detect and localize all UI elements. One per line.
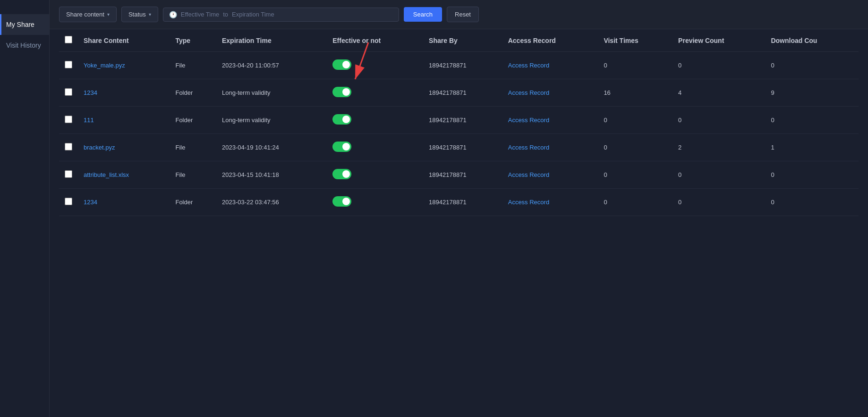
table-body: Yoke_male.pyz File 2023-04-20 11:00:57 1… bbox=[59, 52, 859, 216]
effective-toggle-0[interactable] bbox=[332, 59, 351, 70]
row-access-record: Access Record bbox=[502, 79, 598, 107]
row-share-content: 1234 bbox=[78, 79, 170, 107]
row-preview-count: 2 bbox=[672, 134, 765, 161]
row-visit-times: 0 bbox=[598, 52, 672, 79]
row-visit-times: 0 bbox=[598, 134, 672, 161]
share-content-link-2[interactable]: 111 bbox=[84, 117, 94, 124]
row-expiration-time: Long-term validity bbox=[216, 107, 327, 134]
share-table: Share Content Type Expiration Time Effec… bbox=[59, 29, 859, 216]
row-visit-times: 0 bbox=[598, 107, 672, 134]
sidebar-item-visit-history-label: Visit History bbox=[6, 42, 41, 49]
header-download-count: Download Cou bbox=[765, 29, 859, 52]
row-share-content: 1234 bbox=[78, 189, 170, 216]
share-content-label: Share content bbox=[66, 11, 104, 18]
row-effective-or-not bbox=[327, 79, 423, 107]
time-to-separator: to bbox=[223, 11, 228, 18]
row-share-content: Yoke_male.pyz bbox=[78, 52, 170, 79]
row-visit-times: 0 bbox=[598, 189, 672, 216]
header-visit-times: Visit Times bbox=[598, 29, 672, 52]
row-type: File bbox=[170, 161, 216, 189]
share-content-link-4[interactable]: attribute_list.xlsx bbox=[84, 171, 129, 178]
row-access-record: Access Record bbox=[502, 52, 598, 79]
reset-button-label: Reset bbox=[455, 11, 471, 18]
sidebar: My Share Visit History bbox=[0, 0, 50, 417]
table-row: attribute_list.xlsx File 2023-04-15 10:4… bbox=[59, 161, 859, 189]
table-row: bracket.pyz File 2023-04-19 10:41:24 189… bbox=[59, 134, 859, 161]
row-visit-times: 16 bbox=[598, 79, 672, 107]
share-content-filter[interactable]: Share content ▾ bbox=[59, 7, 117, 22]
row-expiration-time: 2023-03-22 03:47:56 bbox=[216, 189, 327, 216]
row-share-by: 18942178871 bbox=[423, 107, 502, 134]
row-expiration-time: 2023-04-15 10:41:18 bbox=[216, 161, 327, 189]
header-share-by: Share By bbox=[423, 29, 502, 52]
row-type: Folder bbox=[170, 189, 216, 216]
share-content-link-1[interactable]: 1234 bbox=[84, 89, 97, 96]
status-filter[interactable]: Status ▾ bbox=[121, 7, 158, 22]
row-type: File bbox=[170, 134, 216, 161]
header-expiration-time: Expiration Time bbox=[216, 29, 327, 52]
row-visit-times: 0 bbox=[598, 161, 672, 189]
status-label: Status bbox=[128, 11, 146, 18]
table-header-row: Share Content Type Expiration Time Effec… bbox=[59, 29, 859, 52]
row-access-record: Access Record bbox=[502, 107, 598, 134]
row-expiration-time: 2023-04-19 10:41:24 bbox=[216, 134, 327, 161]
row-checkbox-cell bbox=[59, 134, 78, 161]
expiration-time-placeholder[interactable]: Expiration Time bbox=[232, 11, 274, 18]
app-container: My Share Visit History Share content ▾ S… bbox=[0, 0, 868, 417]
share-content-link-0[interactable]: Yoke_male.pyz bbox=[84, 62, 125, 69]
table-container: Share Content Type Expiration Time Effec… bbox=[50, 29, 868, 417]
status-chevron-icon: ▾ bbox=[149, 12, 151, 17]
search-button[interactable]: Search bbox=[404, 7, 442, 22]
row-preview-count: 4 bbox=[672, 79, 765, 107]
access-record-link-2[interactable]: Access Record bbox=[508, 117, 549, 124]
effective-toggle-3[interactable] bbox=[332, 142, 351, 152]
row-effective-or-not bbox=[327, 107, 423, 134]
row-preview-count: 0 bbox=[672, 52, 765, 79]
row-select-checkbox-0[interactable] bbox=[65, 61, 72, 68]
row-select-checkbox-1[interactable] bbox=[65, 88, 72, 96]
effective-toggle-4[interactable] bbox=[332, 169, 351, 179]
access-record-link-3[interactable]: Access Record bbox=[508, 144, 549, 151]
row-share-by: 18942178871 bbox=[423, 52, 502, 79]
row-checkbox-cell bbox=[59, 52, 78, 79]
select-all-checkbox[interactable] bbox=[65, 36, 72, 43]
row-expiration-time: 2023-04-20 11:00:57 bbox=[216, 52, 327, 79]
sidebar-item-my-share[interactable]: My Share bbox=[0, 14, 49, 35]
row-select-checkbox-5[interactable] bbox=[65, 198, 72, 205]
row-type: File bbox=[170, 52, 216, 79]
table-row: 111 Folder Long-term validity 1894217887… bbox=[59, 107, 859, 134]
table-row: Yoke_male.pyz File 2023-04-20 11:00:57 1… bbox=[59, 52, 859, 79]
header-effective-or-not: Effective or not bbox=[327, 29, 423, 52]
effective-toggle-1[interactable] bbox=[332, 87, 351, 97]
row-access-record: Access Record bbox=[502, 189, 598, 216]
sidebar-item-visit-history[interactable]: Visit History bbox=[0, 35, 49, 56]
row-download-count: 0 bbox=[765, 52, 859, 79]
row-download-count: 0 bbox=[765, 189, 859, 216]
row-preview-count: 0 bbox=[672, 161, 765, 189]
clock-icon: 🕐 bbox=[169, 11, 177, 18]
table-row: 1234 Folder 2023-03-22 03:47:56 18942178… bbox=[59, 189, 859, 216]
row-select-checkbox-3[interactable] bbox=[65, 143, 72, 150]
header-access-record: Access Record bbox=[502, 29, 598, 52]
row-share-content: 111 bbox=[78, 107, 170, 134]
row-share-by: 18942178871 bbox=[423, 79, 502, 107]
effective-toggle-5[interactable] bbox=[332, 196, 351, 207]
row-effective-or-not bbox=[327, 134, 423, 161]
share-content-link-3[interactable]: bracket.pyz bbox=[84, 144, 115, 151]
row-type: Folder bbox=[170, 79, 216, 107]
row-select-checkbox-4[interactable] bbox=[65, 170, 72, 178]
effective-toggle-2[interactable] bbox=[332, 114, 351, 125]
access-record-link-0[interactable]: Access Record bbox=[508, 62, 549, 69]
share-content-link-5[interactable]: 1234 bbox=[84, 199, 97, 206]
search-button-label: Search bbox=[413, 11, 433, 18]
row-checkbox-cell bbox=[59, 161, 78, 189]
access-record-link-1[interactable]: Access Record bbox=[508, 89, 549, 96]
row-select-checkbox-2[interactable] bbox=[65, 116, 72, 123]
row-preview-count: 0 bbox=[672, 189, 765, 216]
reset-button[interactable]: Reset bbox=[447, 7, 479, 22]
row-share-by: 18942178871 bbox=[423, 161, 502, 189]
effective-time-placeholder[interactable]: Effective Time bbox=[181, 11, 219, 18]
time-range-filter: 🕐 Effective Time to Expiration Time bbox=[163, 8, 399, 22]
access-record-link-4[interactable]: Access Record bbox=[508, 171, 549, 178]
access-record-link-5[interactable]: Access Record bbox=[508, 199, 549, 206]
